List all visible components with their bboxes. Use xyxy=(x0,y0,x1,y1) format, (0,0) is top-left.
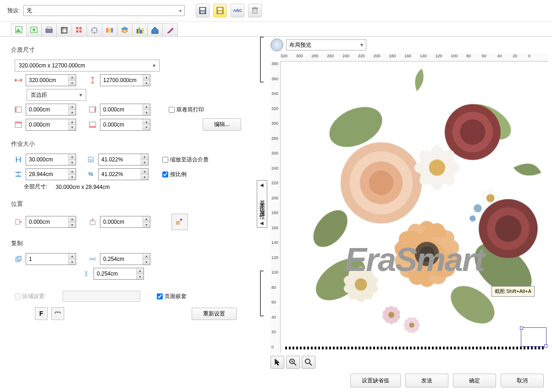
gap-x-spinner[interactable]: ▲▼ xyxy=(100,253,150,265)
margin-left-input[interactable] xyxy=(26,104,68,115)
margin-top-spinner[interactable]: ▲▼ xyxy=(26,119,76,131)
spin-down[interactable]: ▼ xyxy=(69,81,76,86)
edit-button[interactable]: 编辑... xyxy=(203,118,241,131)
spin-up[interactable]: ▲ xyxy=(143,104,150,110)
margin-top-input[interactable] xyxy=(26,119,68,130)
anchor-button[interactable] xyxy=(171,214,188,230)
pos-y-input[interactable] xyxy=(100,216,143,227)
pos-x-spinner[interactable]: ▲▼ xyxy=(26,216,76,228)
margin-right-input[interactable] xyxy=(100,104,143,115)
copy-count-input[interactable] xyxy=(26,254,68,265)
tab-crop[interactable] xyxy=(56,23,72,36)
cancel-button[interactable]: 取消 xyxy=(501,374,544,387)
spin-down[interactable]: ▼ xyxy=(69,259,76,265)
canvas[interactable]: EraSmart 截图 Shift+Alt+A xyxy=(281,61,548,353)
spin-down[interactable]: ▼ xyxy=(69,175,76,180)
spin-up[interactable]: ▲ xyxy=(141,169,148,175)
tab-color-adjust[interactable] xyxy=(102,23,117,36)
spin-up[interactable]: ▲ xyxy=(69,104,76,110)
pos-x-input[interactable] xyxy=(26,216,68,227)
spin-up[interactable]: ▲ xyxy=(141,154,148,160)
job-width-input[interactable] xyxy=(26,154,68,165)
tab-workflow[interactable] xyxy=(26,23,42,36)
spin-down[interactable]: ▼ xyxy=(143,259,150,265)
aspect-checkbox[interactable] xyxy=(162,171,168,177)
save-as-button[interactable] xyxy=(213,4,227,17)
gap-y-input[interactable] xyxy=(94,268,136,279)
collapse-down-icon[interactable]: ◀ xyxy=(260,221,264,226)
media-height-spinner[interactable]: ▲▼ xyxy=(100,74,150,86)
preset-select[interactable]: 无 xyxy=(23,5,185,16)
spin-up[interactable]: ▲ xyxy=(69,216,76,222)
selection-handle[interactable] xyxy=(521,327,546,347)
spin-down[interactable]: ▼ xyxy=(69,160,76,166)
clock-icon[interactable] xyxy=(270,39,283,51)
tab-channels[interactable] xyxy=(132,23,148,36)
margin-right-spinner[interactable]: ▲▼ xyxy=(100,104,150,116)
tab-layout[interactable] xyxy=(11,23,27,36)
save-preset-button[interactable] xyxy=(196,4,210,17)
reset-button[interactable]: 重新设置 xyxy=(192,308,237,320)
spin-up[interactable]: ▲ xyxy=(69,119,76,125)
spin-down[interactable]: ▼ xyxy=(69,125,76,130)
zoom-fit-tool[interactable] xyxy=(302,356,315,369)
spin-up[interactable]: ▲ xyxy=(143,75,150,81)
job-height-spinner[interactable]: ▲▼ xyxy=(26,168,76,180)
job-height-pct-input[interactable] xyxy=(99,169,141,180)
tab-separation[interactable] xyxy=(147,23,163,36)
spin-up[interactable]: ▲ xyxy=(143,216,150,222)
tab-grid[interactable] xyxy=(72,23,87,36)
gap-x-input[interactable] xyxy=(100,254,143,265)
delete-preset-button[interactable] xyxy=(248,4,262,17)
set-default-button[interactable]: 设置缺省值 xyxy=(350,374,401,387)
media-width-input[interactable] xyxy=(26,75,68,86)
media-width-spinner[interactable]: ▲▼ xyxy=(26,74,76,86)
gap-y-spinner[interactable]: ▲▼ xyxy=(94,268,144,280)
job-height-input[interactable] xyxy=(26,169,68,180)
tab-print[interactable] xyxy=(41,23,57,36)
margin-bottom-spinner[interactable]: ▲▼ xyxy=(100,119,150,131)
rename-button[interactable]: ABC xyxy=(231,4,244,17)
margin-bottom-input[interactable] xyxy=(100,119,143,130)
spin-up[interactable]: ▲ xyxy=(69,169,76,175)
spin-up[interactable]: ▲ xyxy=(143,254,150,259)
job-height-pct-spinner[interactable]: ▲▼ xyxy=(98,168,149,180)
collapse-up-icon[interactable]: ◀ xyxy=(260,182,264,188)
spin-down[interactable]: ▼ xyxy=(69,110,76,116)
spin-down[interactable]: ▼ xyxy=(143,222,150,228)
spin-down[interactable]: ▼ xyxy=(141,175,148,180)
copy-count-spinner[interactable]: ▲▼ xyxy=(26,253,76,265)
spin-down[interactable]: ▼ xyxy=(143,81,150,86)
margin-left-spinner[interactable]: ▲▼ xyxy=(26,104,76,116)
preview-mode-select[interactable]: 布局预览 xyxy=(286,39,366,50)
media-height-input[interactable] xyxy=(100,75,143,86)
spin-down[interactable]: ▼ xyxy=(69,222,76,228)
media-preset-select[interactable]: 320.000cm x 12700.000cm xyxy=(15,60,160,72)
separator-handle[interactable]: ◀ 基本作业属性 ◀ xyxy=(257,37,267,371)
pos-y-spinner[interactable]: ▲▼ xyxy=(100,216,150,228)
tab-ink[interactable] xyxy=(162,23,178,36)
job-width-pct-spinner[interactable]: ▲▼ xyxy=(98,154,149,166)
pointer-tool[interactable] xyxy=(270,356,284,369)
spin-up[interactable]: ▲ xyxy=(69,254,76,259)
fit-media-checkbox[interactable] xyxy=(162,157,168,163)
spin-up[interactable]: ▲ xyxy=(69,154,76,160)
margin-mode-select[interactable]: 页边距 xyxy=(27,89,86,101)
tab-layers[interactable] xyxy=(117,23,132,36)
spin-down[interactable]: ▼ xyxy=(143,110,150,116)
job-width-pct-input[interactable] xyxy=(99,154,141,165)
ok-button[interactable]: 确定 xyxy=(453,374,496,387)
flip-button[interactable]: F xyxy=(35,307,48,320)
spin-up[interactable]: ▲ xyxy=(143,119,150,125)
mirror-button[interactable] xyxy=(51,307,64,320)
spin-down[interactable]: ▼ xyxy=(141,160,148,166)
spin-up[interactable]: ▲ xyxy=(137,268,144,274)
send-button[interactable]: 发送 xyxy=(405,374,448,387)
tab-marks[interactable] xyxy=(87,23,102,36)
spin-down[interactable]: ▼ xyxy=(137,274,144,280)
spin-up[interactable]: ▲ xyxy=(69,75,76,81)
spin-down[interactable]: ▼ xyxy=(143,125,150,130)
zoom-tool[interactable] xyxy=(286,356,300,369)
job-width-spinner[interactable]: ▲▼ xyxy=(26,154,76,166)
dual-roll-checkbox[interactable] xyxy=(169,107,175,113)
